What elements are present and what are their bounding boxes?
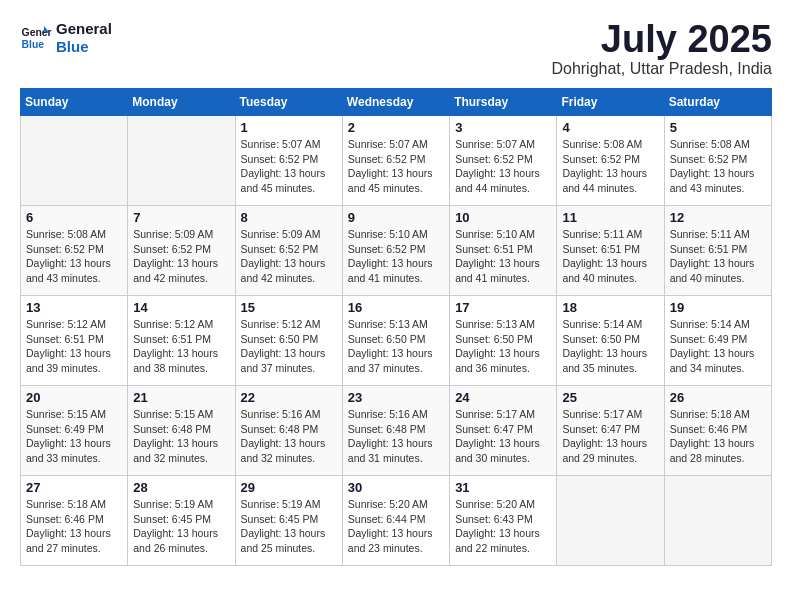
day-number: 13 [26,300,122,315]
day-number: 3 [455,120,551,135]
calendar-cell: 27Sunrise: 5:18 AMSunset: 6:46 PMDayligh… [21,476,128,566]
calendar-cell: 1Sunrise: 5:07 AMSunset: 6:52 PMDaylight… [235,116,342,206]
day-number: 10 [455,210,551,225]
month-title: July 2025 [551,20,772,58]
day-number: 29 [241,480,337,495]
day-info: Sunrise: 5:12 AMSunset: 6:51 PMDaylight:… [133,317,229,376]
day-info: Sunrise: 5:09 AMSunset: 6:52 PMDaylight:… [133,227,229,286]
day-number: 4 [562,120,658,135]
calendar-cell: 7Sunrise: 5:09 AMSunset: 6:52 PMDaylight… [128,206,235,296]
day-number: 21 [133,390,229,405]
calendar-cell: 26Sunrise: 5:18 AMSunset: 6:46 PMDayligh… [664,386,771,476]
day-number: 1 [241,120,337,135]
day-number: 28 [133,480,229,495]
calendar-cell: 14Sunrise: 5:12 AMSunset: 6:51 PMDayligh… [128,296,235,386]
day-number: 26 [670,390,766,405]
day-info: Sunrise: 5:07 AMSunset: 6:52 PMDaylight:… [241,137,337,196]
calendar-cell: 15Sunrise: 5:12 AMSunset: 6:50 PMDayligh… [235,296,342,386]
logo-icon: General Blue [20,22,52,54]
day-info: Sunrise: 5:19 AMSunset: 6:45 PMDaylight:… [241,497,337,556]
day-number: 15 [241,300,337,315]
day-number: 23 [348,390,444,405]
day-number: 12 [670,210,766,225]
day-info: Sunrise: 5:18 AMSunset: 6:46 PMDaylight:… [26,497,122,556]
calendar-cell: 5Sunrise: 5:08 AMSunset: 6:52 PMDaylight… [664,116,771,206]
day-number: 5 [670,120,766,135]
day-info: Sunrise: 5:11 AMSunset: 6:51 PMDaylight:… [670,227,766,286]
day-number: 17 [455,300,551,315]
calendar-cell: 20Sunrise: 5:15 AMSunset: 6:49 PMDayligh… [21,386,128,476]
calendar-cell: 16Sunrise: 5:13 AMSunset: 6:50 PMDayligh… [342,296,449,386]
day-number: 6 [26,210,122,225]
day-info: Sunrise: 5:08 AMSunset: 6:52 PMDaylight:… [562,137,658,196]
weekday-header-monday: Monday [128,89,235,116]
title-block: July 2025 Dohrighat, Uttar Pradesh, Indi… [551,20,772,78]
svg-text:Blue: Blue [22,39,45,50]
day-info: Sunrise: 5:08 AMSunset: 6:52 PMDaylight:… [670,137,766,196]
day-number: 24 [455,390,551,405]
calendar-cell [21,116,128,206]
week-row-4: 20Sunrise: 5:15 AMSunset: 6:49 PMDayligh… [21,386,772,476]
day-number: 16 [348,300,444,315]
day-number: 20 [26,390,122,405]
calendar-cell: 8Sunrise: 5:09 AMSunset: 6:52 PMDaylight… [235,206,342,296]
calendar-cell: 11Sunrise: 5:11 AMSunset: 6:51 PMDayligh… [557,206,664,296]
week-row-1: 1Sunrise: 5:07 AMSunset: 6:52 PMDaylight… [21,116,772,206]
calendar-cell: 31Sunrise: 5:20 AMSunset: 6:43 PMDayligh… [450,476,557,566]
calendar-cell: 2Sunrise: 5:07 AMSunset: 6:52 PMDaylight… [342,116,449,206]
day-number: 9 [348,210,444,225]
calendar-cell: 4Sunrise: 5:08 AMSunset: 6:52 PMDaylight… [557,116,664,206]
calendar-cell: 12Sunrise: 5:11 AMSunset: 6:51 PMDayligh… [664,206,771,296]
calendar-cell: 6Sunrise: 5:08 AMSunset: 6:52 PMDaylight… [21,206,128,296]
day-info: Sunrise: 5:20 AMSunset: 6:43 PMDaylight:… [455,497,551,556]
day-number: 31 [455,480,551,495]
day-info: Sunrise: 5:16 AMSunset: 6:48 PMDaylight:… [241,407,337,466]
day-info: Sunrise: 5:19 AMSunset: 6:45 PMDaylight:… [133,497,229,556]
calendar-cell: 18Sunrise: 5:14 AMSunset: 6:50 PMDayligh… [557,296,664,386]
weekday-header-friday: Friday [557,89,664,116]
day-info: Sunrise: 5:15 AMSunset: 6:48 PMDaylight:… [133,407,229,466]
day-info: Sunrise: 5:17 AMSunset: 6:47 PMDaylight:… [455,407,551,466]
calendar-cell: 19Sunrise: 5:14 AMSunset: 6:49 PMDayligh… [664,296,771,386]
day-number: 18 [562,300,658,315]
weekday-header-sunday: Sunday [21,89,128,116]
calendar-cell [664,476,771,566]
day-info: Sunrise: 5:14 AMSunset: 6:50 PMDaylight:… [562,317,658,376]
week-row-2: 6Sunrise: 5:08 AMSunset: 6:52 PMDaylight… [21,206,772,296]
day-info: Sunrise: 5:08 AMSunset: 6:52 PMDaylight:… [26,227,122,286]
day-number: 30 [348,480,444,495]
day-info: Sunrise: 5:20 AMSunset: 6:44 PMDaylight:… [348,497,444,556]
weekday-header-wednesday: Wednesday [342,89,449,116]
weekday-header-tuesday: Tuesday [235,89,342,116]
calendar: SundayMondayTuesdayWednesdayThursdayFrid… [20,88,772,566]
logo: General Blue General Blue [20,20,112,56]
day-info: Sunrise: 5:12 AMSunset: 6:50 PMDaylight:… [241,317,337,376]
calendar-cell [128,116,235,206]
day-number: 7 [133,210,229,225]
svg-text:General: General [22,27,52,38]
calendar-cell: 17Sunrise: 5:13 AMSunset: 6:50 PMDayligh… [450,296,557,386]
day-number: 8 [241,210,337,225]
day-info: Sunrise: 5:07 AMSunset: 6:52 PMDaylight:… [348,137,444,196]
day-info: Sunrise: 5:10 AMSunset: 6:51 PMDaylight:… [455,227,551,286]
calendar-cell: 25Sunrise: 5:17 AMSunset: 6:47 PMDayligh… [557,386,664,476]
calendar-cell: 30Sunrise: 5:20 AMSunset: 6:44 PMDayligh… [342,476,449,566]
calendar-cell: 9Sunrise: 5:10 AMSunset: 6:52 PMDaylight… [342,206,449,296]
calendar-cell: 10Sunrise: 5:10 AMSunset: 6:51 PMDayligh… [450,206,557,296]
week-row-5: 27Sunrise: 5:18 AMSunset: 6:46 PMDayligh… [21,476,772,566]
calendar-cell [557,476,664,566]
calendar-cell: 23Sunrise: 5:16 AMSunset: 6:48 PMDayligh… [342,386,449,476]
calendar-cell: 28Sunrise: 5:19 AMSunset: 6:45 PMDayligh… [128,476,235,566]
day-number: 2 [348,120,444,135]
day-info: Sunrise: 5:13 AMSunset: 6:50 PMDaylight:… [348,317,444,376]
page-header: General Blue General Blue July 2025 Dohr… [20,20,772,78]
day-info: Sunrise: 5:11 AMSunset: 6:51 PMDaylight:… [562,227,658,286]
weekday-header-saturday: Saturday [664,89,771,116]
day-number: 19 [670,300,766,315]
day-info: Sunrise: 5:18 AMSunset: 6:46 PMDaylight:… [670,407,766,466]
week-row-3: 13Sunrise: 5:12 AMSunset: 6:51 PMDayligh… [21,296,772,386]
weekday-header-row: SundayMondayTuesdayWednesdayThursdayFrid… [21,89,772,116]
weekday-header-thursday: Thursday [450,89,557,116]
day-number: 27 [26,480,122,495]
day-number: 11 [562,210,658,225]
